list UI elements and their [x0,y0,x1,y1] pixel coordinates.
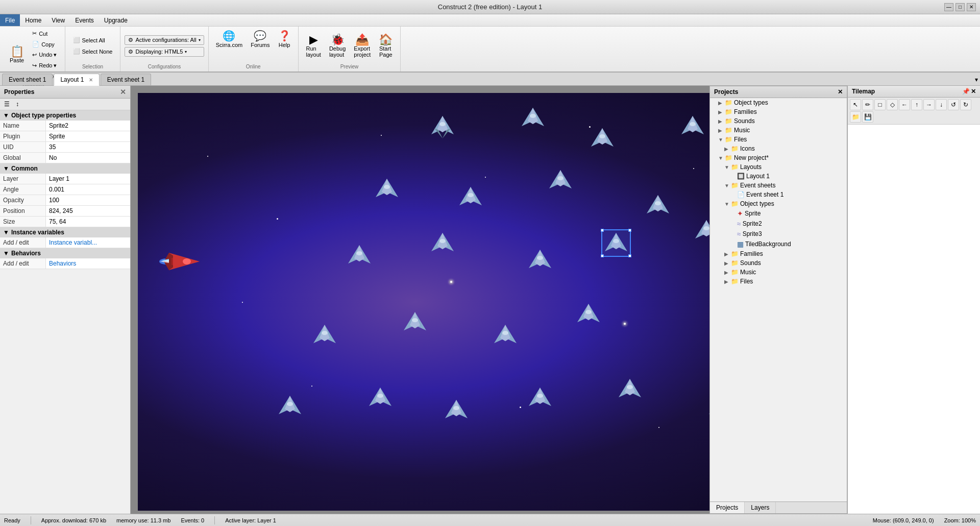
prop-position-value[interactable]: 824, 245 [46,206,130,216]
tilemap-tool-open[interactable]: 📁 [850,111,861,123]
prop-size-value[interactable]: 75, 64 [46,217,130,227]
prop-plugin: Plugin Sprite [0,131,130,142]
tree-item-files-nested[interactable]: ▶ 📁 Files [710,277,847,286]
tilemap-tool-undo[interactable]: ↺ [948,99,959,110]
selection-handle-tl[interactable] [601,229,604,232]
copy-icon: 📄 [32,41,39,47]
menu-upgrade[interactable]: Upgrade [99,14,133,26]
selection-handle-tr[interactable] [628,229,631,232]
tree-item-sprite3[interactable]: ≈ Sprite3 [710,229,847,239]
tree-item-families-top[interactable]: ▶ 📁 Families [710,107,847,116]
section-object-type-props[interactable]: ▼ Object type properties [0,110,130,121]
menu-home[interactable]: Home [20,14,46,26]
paste-button[interactable]: 📋 Paste [6,44,28,65]
export-project-button[interactable]: 📤 Exportproject [350,32,374,60]
tree-item-sprite[interactable]: ✦ Sprite [710,208,847,219]
start-page-button[interactable]: 🏠 StartPage [375,32,396,60]
svg-point-18 [599,134,605,138]
tree-item-object-types-top[interactable]: ▶ 📁 Object types [710,98,847,107]
debug-layout-button[interactable]: 🐞 Debuglayout [326,32,349,60]
tree-item-music-top[interactable]: ▶ 📁 Music [710,126,847,135]
cut-button[interactable]: ✂ Cut [29,29,60,38]
projects-panel-close[interactable]: ✕ [838,88,843,95]
minimize-button[interactable]: — [944,3,953,11]
projects-tab[interactable]: Projects [710,502,745,513]
tree-item-event-sheets[interactable]: ▼ 📁 Event sheets [710,181,847,190]
selection-handle-br[interactable] [628,254,631,257]
enemy-ship-16 [311,323,338,347]
tab-layout-1[interactable]: Layout 1 ✕ [54,74,99,86]
tab-layout-1-close[interactable]: ✕ [89,77,93,83]
undo-button[interactable]: ↩ Undo ▾ [29,50,60,60]
tree-item-families-nested[interactable]: ▶ 📁 Families [710,249,847,258]
forums-button[interactable]: 💬 Forums [248,29,273,49]
layers-tab[interactable]: Layers [745,502,776,513]
select-none-button[interactable]: ⬜ Select None [69,46,116,56]
prop-behaviors-link[interactable]: Behaviors [46,258,130,269]
prop-name-value[interactable]: Sprite2 [46,121,130,131]
close-button[interactable]: ✕ [967,3,976,11]
prop-instance-vars-link[interactable]: Instance variabl... [46,237,130,248]
active-config-dropdown[interactable]: ⚙ Active configurations: All ▾ [125,35,204,45]
section-common[interactable]: ▼ Common [0,163,130,174]
tilemap-tool-left[interactable]: ← [899,99,910,110]
menu-view[interactable]: View [46,14,70,26]
section-instance-vars[interactable]: ▼ Instance variables [0,227,130,237]
properties-az-button[interactable]: ↕ [14,100,21,109]
tilemap-close-button[interactable]: ✕ [971,88,976,95]
properties-close-button[interactable]: ✕ [120,88,126,96]
tilemap-tool-draw[interactable]: ✏ [862,99,873,110]
tilemap-tool-diamond[interactable]: ◇ [887,99,898,110]
tabs-dropdown[interactable]: ▾ [973,74,980,85]
tab-event-sheet-1b[interactable]: Event sheet 1 [101,74,151,85]
prop-angle-value[interactable]: 0.001 [46,184,130,195]
tree-item-icons[interactable]: ▶ 📁 Icons [710,144,847,153]
tree-item-sounds-top[interactable]: ▶ 📁 Sounds [710,116,847,126]
tilemap-tool-right[interactable]: → [923,99,935,110]
tilemap-tool-save[interactable]: 💾 [862,111,873,123]
help-button[interactable]: ❓ Help [275,29,294,49]
tree-item-sprite2[interactable]: ≈ Sprite2 [710,219,847,229]
tilemap-tool-up[interactable]: ↑ [911,99,922,110]
tree-item-music-nested[interactable]: ▶ 📁 Music [710,268,847,277]
menu-file[interactable]: File [0,14,20,26]
svg-point-5 [183,258,191,265]
displaying-label: Displaying: HTML5 [135,49,183,55]
tree-item-sounds-nested[interactable]: ▶ 📁 Sounds [710,258,847,268]
run-layout-button[interactable]: ▶ Runlayout [303,32,325,60]
select-all-button[interactable]: ⬜ Select All [69,35,116,45]
projects-tree[interactable]: ▶ 📁 Object types ▶ 📁 Families ▶ 📁 Sounds… [710,98,847,501]
tab-event-sheet-1[interactable]: Event sheet 1 [2,74,53,85]
tilemap-tool-down[interactable]: ↓ [936,99,947,110]
scirra-button[interactable]: 🌐 Scirra.com [213,29,246,49]
tree-item-object-types-nested[interactable]: ▼ 📁 Object types [710,199,847,208]
displaying-dropdown[interactable]: ⚙ Displaying: HTML5 ▾ [125,47,204,57]
tree-item-layout-1[interactable]: 🔲 Layout 1 [710,172,847,181]
prop-opacity-value[interactable]: 100 [46,195,130,205]
enemy-ship-9 [645,193,671,218]
tilemap-tool-redo[interactable]: ↻ [960,99,971,110]
properties-sort-button[interactable]: ☰ [2,100,12,109]
svg-point-27 [384,185,390,189]
maximize-button[interactable]: □ [955,3,965,11]
selection-handle-bl[interactable] [601,254,604,257]
redo-button[interactable]: ↪ Redo ▾ [29,61,60,70]
menu-events[interactable]: Events [70,14,99,26]
props-scroll[interactable]: ▼ Object type properties Name Sprite2 Pl… [0,110,130,526]
tree-item-tiled-bg[interactable]: ▦ TiledBackground [710,239,847,249]
projects-panel: Projects ✕ ▶ 📁 Object types ▶ 📁 Families… [709,86,847,514]
selection-box [601,229,631,257]
paste-label: Paste [10,57,24,63]
section-behaviors[interactable]: ▼ Behaviors [0,248,130,258]
tree-label-files-nested: Files [740,278,753,285]
clipboard-buttons: 📋 Paste ✂ Cut 📄 Copy ↩ Undo ▾ ↪ R [6,29,61,81]
tree-item-files[interactable]: ▼ 📁 Files [710,135,847,144]
tilemap-pin-button[interactable]: 📌 [962,88,970,95]
tilemap-tool-rect[interactable]: □ [874,99,886,110]
tree-label-event-sheets: Event sheets [740,182,775,189]
copy-button[interactable]: 📄 Copy [29,39,60,49]
tilemap-tool-select[interactable]: ↖ [850,99,861,110]
tree-item-event-sheet-1[interactable]: 📄 Event sheet 1 [710,190,847,199]
tree-item-layouts[interactable]: ▼ 📁 Layouts [710,162,847,172]
tree-item-new-project[interactable]: ▼ 📁 New project* [710,153,847,162]
